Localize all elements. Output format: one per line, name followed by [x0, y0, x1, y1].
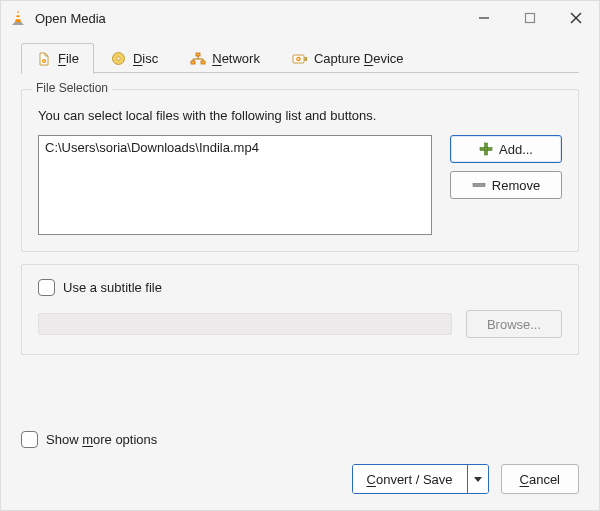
tab-disc-label: Disc — [133, 51, 158, 66]
subtitle-path-field — [38, 313, 452, 335]
titlebar: Open Media — [1, 1, 599, 35]
tab-network-label: Network — [212, 51, 260, 66]
svg-rect-11 — [196, 53, 200, 56]
capture-device-icon — [292, 51, 308, 67]
cancel-button[interactable]: Cancel — [501, 464, 579, 494]
svg-marker-0 — [15, 10, 21, 22]
file-list-entry[interactable]: C:\Users\soria\Downloads\Indila.mp4 — [45, 140, 425, 155]
svg-rect-17 — [304, 57, 307, 61]
network-icon — [190, 51, 206, 67]
file-icon — [36, 51, 52, 67]
tab-capture-label: Capture Device — [314, 51, 404, 66]
tab-file-label: File — [58, 51, 79, 66]
tabs: File Disc — [21, 43, 579, 73]
browse-button-label: Browse... — [487, 317, 541, 332]
dialog-body: File Disc — [1, 35, 599, 431]
show-more-options-label: Show more options — [46, 432, 157, 447]
svg-rect-13 — [201, 61, 205, 64]
svg-point-10 — [117, 57, 120, 60]
minimize-button[interactable] — [461, 1, 507, 35]
browse-button: Browse... — [466, 310, 562, 338]
use-subtitle-checkbox[interactable] — [38, 279, 55, 296]
cancel-button-label: Cancel — [520, 472, 560, 487]
convert-save-button[interactable]: Convert / Save — [352, 464, 489, 494]
dialog-bottom: Show more options Convert / Save Cancel — [1, 431, 599, 510]
tab-capture-device[interactable]: Capture Device — [277, 43, 419, 73]
subtitle-group: Use a subtitle file Browse... — [21, 264, 579, 355]
svg-rect-2 — [15, 17, 21, 19]
add-button-label: Add... — [499, 142, 533, 157]
window-title: Open Media — [35, 11, 106, 26]
maximize-button[interactable] — [507, 1, 553, 35]
file-selection-group: File Selection You can select local file… — [21, 89, 579, 252]
file-list[interactable]: C:\Users\soria\Downloads\Indila.mp4 — [38, 135, 432, 235]
svg-marker-23 — [474, 477, 482, 482]
file-selection-legend: File Selection — [32, 81, 112, 95]
tab-disc[interactable]: Disc — [96, 43, 173, 73]
disc-icon — [111, 51, 127, 67]
svg-rect-12 — [191, 61, 195, 64]
add-button[interactable]: Add... — [450, 135, 562, 163]
tab-network[interactable]: Network — [175, 43, 275, 73]
remove-button-label: Remove — [492, 178, 540, 193]
vlc-icon — [9, 9, 27, 27]
svg-rect-22 — [473, 184, 485, 187]
minus-icon — [472, 178, 486, 192]
svg-rect-4 — [526, 14, 535, 23]
convert-save-dropdown[interactable] — [467, 465, 488, 493]
use-subtitle-label: Use a subtitle file — [63, 280, 162, 295]
convert-save-label[interactable]: Convert / Save — [353, 465, 467, 493]
plus-icon — [479, 142, 493, 156]
show-more-options-checkbox[interactable] — [21, 431, 38, 448]
svg-rect-1 — [16, 13, 21, 15]
close-button[interactable] — [553, 1, 599, 35]
tab-file[interactable]: File — [21, 43, 94, 74]
open-media-dialog: Open Media File — [0, 0, 600, 511]
remove-button[interactable]: Remove — [450, 171, 562, 199]
svg-rect-19 — [480, 148, 492, 151]
file-selection-hint: You can select local files with the foll… — [38, 108, 562, 123]
